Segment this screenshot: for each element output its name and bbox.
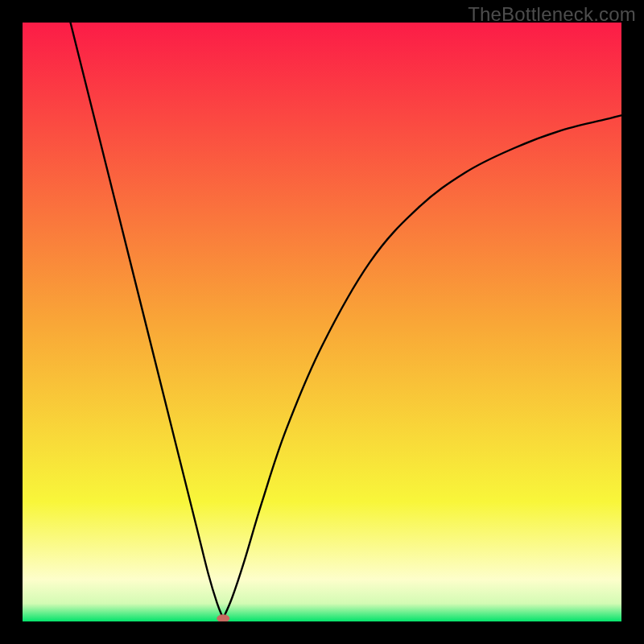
gradient-background xyxy=(23,23,621,621)
plot-area xyxy=(23,23,621,621)
chart-svg xyxy=(23,23,621,621)
watermark-text: TheBottleneck.com xyxy=(468,3,636,26)
chart-frame: TheBottleneck.com xyxy=(0,0,644,644)
